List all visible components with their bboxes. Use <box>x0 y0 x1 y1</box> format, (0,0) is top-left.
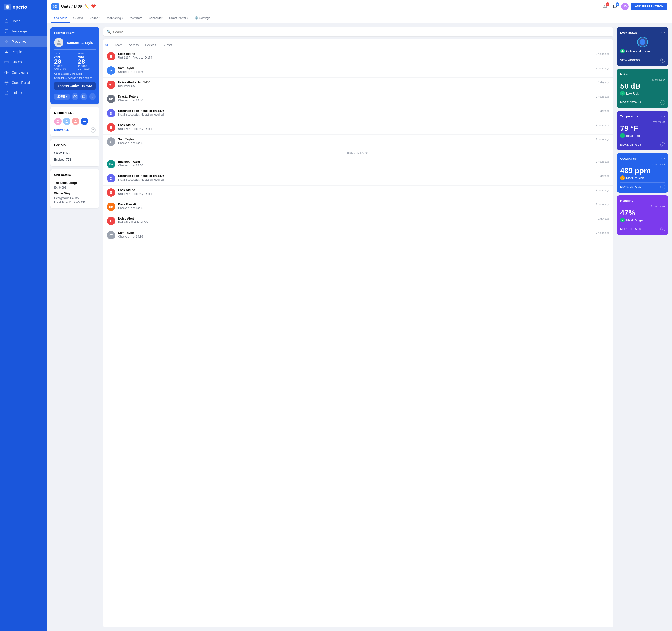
sidebar-item-campaigns[interactable]: Campaigns <box>0 67 47 77</box>
occupancy-show-more[interactable]: Show more <box>651 163 664 166</box>
favorite-icon[interactable]: ❤️ <box>91 4 96 9</box>
feed-tab-access[interactable]: Access <box>128 41 140 49</box>
feed-time-2: 7 hours ago <box>596 67 609 70</box>
tab-guests[interactable]: Guests <box>70 13 86 23</box>
tab-members[interactable]: Members <box>127 13 145 23</box>
feed-tab-team[interactable]: Team <box>114 41 123 49</box>
feed-item-3: Noise Alert - Unit 1406 Risk level 4-5 1… <box>103 78 613 92</box>
view-access-link[interactable]: VIEW ACCESS <box>620 58 640 62</box>
help-guest-button[interactable]: ? <box>89 93 96 100</box>
lock-circle-inner <box>640 39 645 45</box>
notification-badge: 9 <box>606 2 609 6</box>
svg-rect-27 <box>110 177 111 178</box>
sidebar-item-home[interactable]: Home <box>0 16 47 26</box>
occupancy-help-icon[interactable]: ? <box>660 185 665 189</box>
notifications-button[interactable]: 9 <box>602 3 609 10</box>
tab-guest-portal[interactable]: Guest Portal ▾ <box>166 13 191 23</box>
unit-details-header: Unit Details <box>54 173 96 179</box>
feed-time-9: 1 day ago <box>598 174 609 177</box>
feed-tab-devices[interactable]: Devices <box>144 41 157 49</box>
humidity-menu-icon[interactable]: ⋯ <box>661 199 665 203</box>
feed-time-6: 2 hours ago <box>596 124 609 126</box>
svg-rect-22 <box>110 112 111 113</box>
tab-overview[interactable]: Overview <box>51 13 70 23</box>
svg-rect-12 <box>54 5 55 6</box>
checkout-day: 28 <box>78 58 96 65</box>
feed-tab-all[interactable]: All <box>104 41 109 49</box>
temperature-show-more[interactable]: Show more <box>651 120 664 123</box>
date-divider-jul12: Friday July 12, 2021 <box>103 149 613 157</box>
edit-icon[interactable]: ✏️ <box>84 4 89 9</box>
humidity-status-dot: ✓ <box>620 218 625 222</box>
feed-tab-guests[interactable]: Guests <box>162 41 173 49</box>
svg-rect-33 <box>622 51 624 52</box>
occupancy-more-details[interactable]: MORE DETAILS <box>620 185 641 189</box>
elisabeth-ward-avatar: EW <box>107 160 115 168</box>
svg-rect-13 <box>55 5 56 6</box>
lock-offline-icon-1 <box>107 52 115 60</box>
tab-scheduler[interactable]: Scheduler <box>146 13 165 23</box>
temperature-more-details[interactable]: MORE DETAILS <box>620 143 641 146</box>
humidity-show-more[interactable]: Show more <box>651 205 664 208</box>
noise-help-icon[interactable]: ? <box>660 100 665 105</box>
feed-sub-6: Unit 1267 - Property ID 154 <box>118 127 593 130</box>
access-code-box: Access Code: 16754# <box>54 82 96 90</box>
feed-title-3: Noise Alert - Unit 1406 <box>118 80 596 84</box>
humidity-title: Humidity <box>620 199 633 202</box>
svg-rect-29 <box>110 178 111 180</box>
noise-more-details[interactable]: MORE DETAILS <box>620 101 641 104</box>
content-area: Current Guest ⋯ Samantha Taylor 2019 Aug… <box>47 23 672 631</box>
sidebar-item-people[interactable]: People <box>0 47 47 57</box>
svg-marker-32 <box>110 220 111 222</box>
search-input[interactable] <box>113 30 610 34</box>
occupancy-menu-icon[interactable]: ⋯ <box>661 156 665 161</box>
devices-menu-icon[interactable]: ⋯ <box>92 143 96 147</box>
feed-sub-11: Checked in at 14:36 <box>118 207 593 210</box>
lock-help-icon[interactable]: ? <box>660 58 665 63</box>
tab-monitoring[interactable]: Monitoring ▾ <box>104 13 126 23</box>
user-avatar[interactable]: JD <box>621 3 629 10</box>
noise-menu-icon[interactable]: ⋯ <box>661 72 665 76</box>
members-help-icon[interactable]: ? <box>91 127 96 132</box>
tab-codes[interactable]: Codes ▾ <box>87 13 103 23</box>
unit-id: ID: 94691 <box>54 186 96 190</box>
humidity-more-details[interactable]: MORE DETAILS <box>620 227 641 231</box>
feed-content-7: Sam Taylor Checked in at 14:36 <box>118 138 593 145</box>
right-column: Lock Status ⋯ Online and Locked VIEW ACC… <box>617 27 668 627</box>
lock-indicator <box>620 37 665 47</box>
svg-rect-24 <box>110 114 111 115</box>
add-reservation-button[interactable]: ADD RESERVATION <box>631 3 667 10</box>
noise-widget: Noise ⋯ Show less ▾ 50 dB ✓ Low Risk MOR… <box>617 69 668 108</box>
members-menu-icon[interactable]: ⋯ <box>92 111 96 115</box>
edit-guest-button[interactable] <box>72 93 78 100</box>
show-less-chevron: ▾ <box>664 78 665 81</box>
sidebar-item-messenger[interactable]: Messenger <box>0 26 47 37</box>
sidebar-item-campaigns-label: Campaigns <box>12 71 28 74</box>
sidebar-item-guest-portal[interactable]: Guest Portal <box>0 77 47 88</box>
feed-time-10: 2 hours ago <box>596 189 609 192</box>
checkin-date: 2019 Aug 28 11:00:00 GMT-07:00 <box>54 52 72 70</box>
noise-alert-icon-1 <box>107 80 115 89</box>
message-guest-button[interactable] <box>80 93 87 100</box>
noise-show-less[interactable]: Show less <box>652 78 664 81</box>
feed-tabs: All Team Access Devices Guests <box>103 40 613 49</box>
sidebar-item-guides[interactable]: Guides <box>0 88 47 98</box>
lock-status-menu-icon[interactable]: ⋯ <box>661 30 665 35</box>
sidebar-item-guests[interactable]: Guests <box>0 57 47 67</box>
svg-rect-3 <box>7 40 8 41</box>
occupancy-title: Occupancy <box>620 157 637 160</box>
show-all-members-link[interactable]: SHOW ALL <box>54 128 69 131</box>
sidebar-item-guides-label: Guides <box>12 91 22 95</box>
sidebar-item-guests-label: Guests <box>12 60 22 64</box>
sidebar-item-properties[interactable]: Properties <box>0 37 47 47</box>
humidity-help-icon[interactable]: ? <box>660 227 665 232</box>
occupancy-header: Occupancy ⋯ <box>620 156 665 161</box>
temperature-help-icon[interactable]: ? <box>660 142 665 147</box>
messages-button[interactable]: 4 <box>611 3 619 10</box>
temperature-menu-icon[interactable]: ⋯ <box>661 114 665 119</box>
feed-time-3: 1 day ago <box>598 81 609 84</box>
checkout-time: 11:00:00 <box>78 65 96 68</box>
more-button[interactable]: MORE ▾ <box>54 94 70 100</box>
tab-settings[interactable]: ⚙️ Settings <box>192 13 213 23</box>
current-guest-menu-icon[interactable]: ⋯ <box>92 31 96 35</box>
